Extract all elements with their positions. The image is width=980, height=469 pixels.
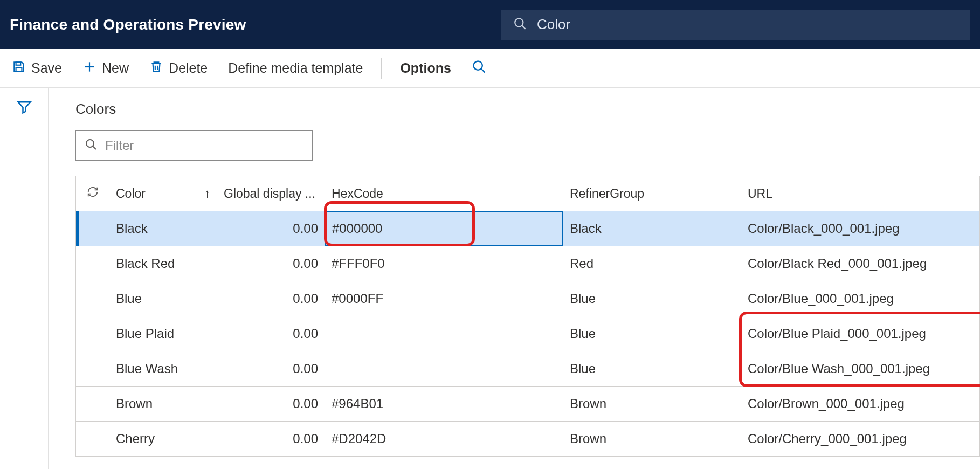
svg-rect-2 bbox=[16, 62, 21, 65]
page-title: Colors bbox=[75, 101, 980, 118]
cell-refiner[interactable]: Brown bbox=[563, 387, 741, 421]
cell-hex[interactable] bbox=[325, 316, 563, 351]
cell-refiner[interactable]: Blue bbox=[563, 316, 741, 351]
grid-filter[interactable] bbox=[75, 130, 313, 161]
column-header-global-label: Global display ... bbox=[224, 187, 315, 201]
table-row[interactable]: Black Red0.00#FFF0F0RedColor/Black Red_0… bbox=[76, 246, 980, 281]
cell-hex[interactable]: #964B01 bbox=[325, 387, 563, 421]
define-media-label: Define media template bbox=[228, 60, 363, 76]
trash-icon bbox=[149, 60, 163, 77]
save-button[interactable]: Save bbox=[10, 57, 64, 80]
save-icon bbox=[12, 60, 26, 77]
cell-global[interactable]: 0.00 bbox=[217, 246, 325, 281]
cell-hex[interactable] bbox=[325, 351, 563, 386]
column-header-hex[interactable]: HexCode bbox=[325, 176, 563, 211]
table-row[interactable]: Blue Plaid0.00BlueColor/Blue Plaid_000_0… bbox=[76, 316, 980, 351]
grid-body: Black0.00#000000BlackColor/Black_000_001… bbox=[76, 211, 980, 457]
hex-edit-input[interactable]: #000000 bbox=[325, 211, 563, 246]
column-header-refiner-label: RefinerGroup bbox=[570, 187, 644, 201]
table-row[interactable]: Cherry0.00#D2042DBrownColor/Cherry_000_0… bbox=[76, 422, 980, 457]
row-selector[interactable] bbox=[76, 211, 109, 246]
cell-color[interactable]: Black Red bbox=[109, 246, 217, 281]
cell-refiner[interactable]: Blue bbox=[563, 351, 741, 386]
column-header-color-label: Color bbox=[116, 187, 146, 201]
cell-url[interactable]: Color/Blue Plaid_000_001.jpeg bbox=[741, 316, 980, 351]
table-row[interactable]: Blue Wash0.00BlueColor/Blue Wash_000_001… bbox=[76, 351, 980, 387]
row-selector[interactable] bbox=[76, 422, 109, 456]
column-header-url[interactable]: URL bbox=[741, 176, 980, 211]
svg-point-10 bbox=[86, 140, 94, 147]
cell-hex[interactable]: #D2042D bbox=[325, 422, 563, 456]
cell-refiner[interactable]: Black bbox=[563, 211, 741, 246]
global-search-input[interactable] bbox=[537, 16, 958, 33]
cell-global[interactable]: 0.00 bbox=[217, 387, 325, 421]
svg-rect-3 bbox=[16, 67, 22, 72]
row-selector[interactable] bbox=[76, 387, 109, 421]
new-button[interactable]: New bbox=[80, 57, 131, 80]
table-row[interactable]: Black0.00#000000BlackColor/Black_000_001… bbox=[76, 211, 980, 246]
divider bbox=[381, 58, 382, 79]
refresh-icon bbox=[87, 186, 99, 201]
data-grid: Color ↑ Global display ... HexCode Refin… bbox=[75, 176, 980, 457]
cell-url[interactable]: Color/Blue Wash_000_001.jpeg bbox=[741, 351, 980, 386]
action-toolbar: Save New Delete Define media template Op… bbox=[0, 49, 980, 88]
column-header-global[interactable]: Global display ... bbox=[217, 176, 325, 211]
app-header: Finance and Operations Preview bbox=[0, 0, 980, 49]
delete-button[interactable]: Delete bbox=[147, 57, 210, 80]
svg-point-0 bbox=[515, 18, 523, 26]
column-header-url-label: URL bbox=[748, 187, 772, 201]
cell-url[interactable]: Color/Blue_000_001.jpeg bbox=[741, 281, 980, 316]
cell-hex[interactable]: #FFF0F0 bbox=[325, 246, 563, 281]
cell-refiner[interactable]: Blue bbox=[563, 281, 741, 316]
side-rail bbox=[0, 88, 49, 469]
cell-refiner[interactable]: Red bbox=[563, 246, 741, 281]
cell-global[interactable]: 0.00 bbox=[217, 316, 325, 351]
cell-hex[interactable]: #0000FF bbox=[325, 281, 563, 316]
cell-color[interactable]: Brown bbox=[109, 387, 217, 421]
search-icon bbox=[513, 17, 527, 33]
cell-color[interactable]: Blue Wash bbox=[109, 351, 217, 386]
options-button[interactable]: Options bbox=[398, 57, 453, 79]
main-content: Colors Color ↑ Global display ... bbox=[49, 88, 980, 469]
refresh-header[interactable] bbox=[76, 176, 109, 211]
delete-label: Delete bbox=[169, 60, 208, 76]
svg-line-9 bbox=[481, 68, 485, 72]
cell-global[interactable]: 0.00 bbox=[217, 211, 325, 246]
cell-url[interactable]: Color/Brown_000_001.jpeg bbox=[741, 387, 980, 421]
row-selector[interactable] bbox=[76, 351, 109, 386]
cell-hex[interactable]: #000000 bbox=[325, 211, 563, 246]
row-selector[interactable] bbox=[76, 246, 109, 281]
define-media-button[interactable]: Define media template bbox=[226, 57, 365, 79]
cell-url[interactable]: Color/Black_000_001.jpeg bbox=[741, 211, 980, 246]
filter-icon[interactable] bbox=[16, 99, 32, 117]
cell-color[interactable]: Black bbox=[109, 211, 217, 246]
cell-color[interactable]: Blue Plaid bbox=[109, 316, 217, 351]
search-icon bbox=[472, 59, 487, 78]
column-header-color[interactable]: Color ↑ bbox=[109, 176, 217, 211]
cell-global[interactable]: 0.00 bbox=[217, 351, 325, 386]
cell-color[interactable]: Blue bbox=[109, 281, 217, 316]
table-row[interactable]: Blue0.00#0000FFBlueColor/Blue_000_001.jp… bbox=[76, 281, 980, 316]
sort-ascending-icon: ↑ bbox=[204, 187, 210, 201]
table-row[interactable]: Brown0.00#964B01BrownColor/Brown_000_001… bbox=[76, 387, 980, 422]
cell-url[interactable]: Color/Cherry_000_001.jpeg bbox=[741, 422, 980, 456]
search-icon bbox=[85, 138, 98, 153]
row-selector[interactable] bbox=[76, 281, 109, 316]
grid-filter-input[interactable] bbox=[105, 138, 303, 153]
plus-icon bbox=[82, 60, 96, 77]
cell-global[interactable]: 0.00 bbox=[217, 281, 325, 316]
svg-point-8 bbox=[473, 61, 482, 70]
cell-global[interactable]: 0.00 bbox=[217, 422, 325, 456]
body: Colors Color ↑ Global display ... bbox=[0, 88, 980, 469]
save-label: Save bbox=[31, 60, 62, 76]
column-header-hex-label: HexCode bbox=[332, 187, 383, 201]
cell-color[interactable]: Cherry bbox=[109, 422, 217, 456]
cell-url[interactable]: Color/Black Red_000_001.jpeg bbox=[741, 246, 980, 281]
new-label: New bbox=[102, 60, 129, 76]
find-button[interactable] bbox=[470, 56, 489, 81]
svg-line-1 bbox=[522, 25, 526, 29]
cell-refiner[interactable]: Brown bbox=[563, 422, 741, 456]
column-header-refiner[interactable]: RefinerGroup bbox=[563, 176, 741, 211]
global-search[interactable] bbox=[501, 10, 970, 40]
row-selector[interactable] bbox=[76, 316, 109, 351]
